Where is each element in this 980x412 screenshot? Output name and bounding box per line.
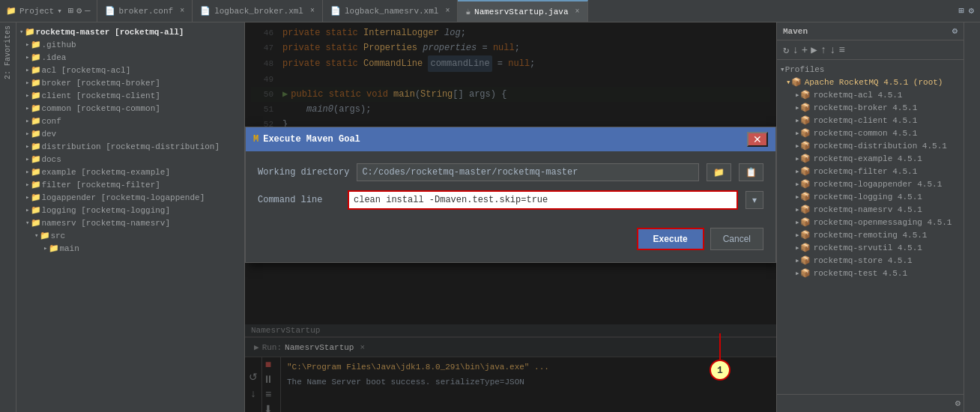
tab-logback-namesrv[interactable]: 📄 logback_namesrv.xml × xyxy=(323,0,458,22)
arrow-line-1 xyxy=(719,333,721,360)
modal-header: M Execute Maven Goal ✕ xyxy=(246,127,775,151)
close-icon[interactable]: × xyxy=(180,7,184,15)
tree-item-conf[interactable]: ▸ 📁 conf xyxy=(16,115,244,127)
chevron-icon: ▸ xyxy=(795,166,800,176)
maven-remoting[interactable]: ▸ 📦 rocketmq-remoting 4.5.1 xyxy=(777,228,964,241)
command-line-input[interactable] xyxy=(348,190,738,210)
maven-menu-btn[interactable]: ≡ xyxy=(839,44,845,56)
maven-module-icon: 📦 xyxy=(791,77,802,87)
cancel-button[interactable]: Cancel xyxy=(710,228,763,250)
left-strip: 2: Favorites xyxy=(0,22,16,412)
tab-logback-broker[interactable]: 📄 logback_broker.xml × xyxy=(193,0,323,22)
maven-test[interactable]: ▸ 📦 rocketmq-test 4.5.1 xyxy=(777,267,964,279)
settings-icon: ⚙ xyxy=(76,5,82,16)
tree-item-example[interactable]: ▸ 📁 example [rocketmq-example] xyxy=(16,166,244,178)
chevron-down-icon: ▾ xyxy=(57,6,62,16)
tree-item-github[interactable]: ▸ 📁 .github xyxy=(16,38,244,51)
maven-openmessaging[interactable]: ▸ 📦 rocketmq-openmessaging 4.5.1 xyxy=(777,216,964,228)
tree-item-acl[interactable]: ▸ 📁 acl [rocketmq-acl] xyxy=(16,64,244,76)
maven-tree: ▾ Profiles ▾ 📦 Apache RocketMQ 4.5.1 (ro… xyxy=(777,60,964,394)
chevron-icon: ▸ xyxy=(795,230,800,240)
tree-item-main[interactable]: ▸ 📁 main xyxy=(16,242,244,255)
chevron-icon: ▸ xyxy=(795,255,800,265)
tree-item-docs[interactable]: ▸ 📁 docs xyxy=(16,153,244,166)
maven-srvutil[interactable]: ▸ 📦 rocketmq-srvutil 4.5.1 xyxy=(777,241,964,254)
maven-logappender[interactable]: ▸ 📦 rocketmq-logappender 4.5.1 xyxy=(777,178,964,190)
close-icon[interactable]: × xyxy=(575,7,579,16)
maven-common[interactable]: ▸ 📦 rocketmq-common 4.5.1 xyxy=(777,127,964,139)
chevron-icon: ▸ xyxy=(795,243,800,252)
file-icon: 📄 xyxy=(105,6,115,16)
maven-toolbar: ↻ ↓ + ▶ ↑ ↓ ≡ xyxy=(777,40,964,60)
execute-maven-modal: M Execute Maven Goal ✕ Working directory… xyxy=(245,127,776,263)
working-directory-row: Working directory 📁 📋 xyxy=(258,163,763,181)
tree-item-namesrv[interactable]: ▾ 📁 namesrv [rocketmq-namesrv] xyxy=(16,216,244,229)
maven-up-btn[interactable]: ↑ xyxy=(820,44,826,56)
tree-item-common[interactable]: ▸ 📁 common [rocketmq-common] xyxy=(16,102,244,115)
close-icon[interactable]: × xyxy=(445,7,450,15)
tree-item-filter[interactable]: ▸ 📁 filter [rocketmq-filter] xyxy=(16,178,244,191)
maven-namesrv[interactable]: ▸ 📦 rocketmq-namesrv 4.5.1 xyxy=(777,203,964,216)
modal-body: Working directory 📁 📋 Command line ▾ xyxy=(246,151,775,222)
maven-filter[interactable]: ▸ 📦 rocketmq-filter 4.5.1 xyxy=(777,165,964,178)
sidebar-scrollbar[interactable] xyxy=(16,406,244,412)
maven-store[interactable]: ▸ 📦 rocketmq-store 4.5.1 xyxy=(777,254,964,267)
file-icon: 📄 xyxy=(330,6,341,16)
tree-item-idea[interactable]: ▸ 📁 .idea xyxy=(16,51,244,64)
maven-download-btn[interactable]: ↓ xyxy=(792,44,798,56)
maven-acl[interactable]: ▸ 📦 rocketmq-acl 4.5.1 xyxy=(777,88,964,101)
maven-bottom-bar: ⚙ xyxy=(777,394,964,412)
maven-broker[interactable]: ▸ 📦 rocketmq-broker 4.5.1 xyxy=(777,101,964,114)
maven-root-module[interactable]: ▾ 📦 Apache RocketMQ 4.5.1 (root) xyxy=(777,76,964,88)
command-line-row: Command line ▾ xyxy=(258,190,763,210)
command-line-label: Command line xyxy=(258,195,340,205)
maven-refresh-btn[interactable]: ↻ xyxy=(783,43,789,56)
expand-icon: ⊞ xyxy=(68,5,73,16)
execute-button[interactable]: Execute xyxy=(637,228,704,250)
browse-folder-button[interactable]: 📁 xyxy=(707,163,731,181)
maven-icon: M xyxy=(253,134,258,145)
chevron-icon: ▸ xyxy=(795,103,800,112)
chevron-down-icon: ▾ xyxy=(786,77,791,87)
tree-root[interactable]: ▾ 📁 rocketmq-master [rocketmq-all] xyxy=(16,25,244,38)
chevron-icon: ▸ xyxy=(795,154,800,163)
chevron-icon: ▸ xyxy=(795,217,800,227)
maven-profiles[interactable]: ▾ Profiles xyxy=(777,63,964,76)
tab-bar: 📁 Project ▾ ⊞ ⚙ ─ 📄 broker.conf × 📄 logb… xyxy=(0,0,980,22)
tree-item-logappender[interactable]: ▸ 📁 logappender [rocketmq-logappende] xyxy=(16,191,244,204)
command-dropdown-button[interactable]: ▾ xyxy=(745,191,763,209)
tab-broker-conf[interactable]: 📄 broker.conf × xyxy=(97,0,193,22)
maven-logging[interactable]: ▸ 📦 rocketmq-logging 4.5.1 xyxy=(777,190,964,203)
tree-item-broker[interactable]: ▸ 📁 broker [rocketmq-broker] xyxy=(16,76,244,89)
maven-example[interactable]: ▸ 📦 rocketmq-example 4.5.1 xyxy=(777,152,964,165)
chevron-icon: ▸ xyxy=(795,115,800,125)
modal-close-button[interactable]: ✕ xyxy=(747,132,768,147)
tree-item-client[interactable]: ▸ 📁 client [rocketmq-client] xyxy=(16,89,244,102)
maven-gear-icon[interactable]: ⚙ xyxy=(955,398,961,409)
close-icon[interactable]: × xyxy=(310,7,315,15)
tree-item-distribution[interactable]: ▸ 📁 distribution [rocketmq-distribution] xyxy=(16,140,244,153)
chevron-icon: ▸ xyxy=(795,205,800,214)
maven-down-btn[interactable]: ↓ xyxy=(829,44,835,56)
maven-run-btn[interactable]: ▶ xyxy=(811,43,817,56)
browse-recent-button[interactable]: 📋 xyxy=(739,163,763,181)
tree-item-src[interactable]: ▾ 📁 src xyxy=(16,229,244,242)
chevron-icon: ▸ xyxy=(795,128,800,138)
file-icon: 📄 xyxy=(200,6,211,16)
project-icon: 📁 xyxy=(6,6,16,16)
chevron-icon: ▸ xyxy=(795,90,800,100)
tree-item-dev[interactable]: ▸ 📁 dev xyxy=(16,127,244,140)
working-directory-input[interactable] xyxy=(357,163,699,181)
annotation-1: 1 xyxy=(710,333,731,381)
maven-distribution[interactable]: ▸ 📦 rocketmq-distribution 4.5.1 xyxy=(777,139,964,152)
split-icon[interactable]: ⊞ xyxy=(959,5,964,16)
tab-namesrv-startup[interactable]: ☕ NamesrvStartup.java × xyxy=(458,0,587,22)
maven-settings-icon[interactable]: ⚙ xyxy=(952,25,958,37)
maven-client[interactable]: ▸ 📦 rocketmq-client 4.5.1 xyxy=(777,114,964,127)
tree-item-logging[interactable]: ▸ 📁 logging [rocketmq-logging] xyxy=(16,204,244,216)
project-tab[interactable]: 📁 Project ▾ ⊞ ⚙ ─ xyxy=(0,0,97,22)
settings-icon2[interactable]: ⚙ xyxy=(969,5,974,16)
java-icon: ☕ xyxy=(465,7,471,16)
chevron-icon: ▸ xyxy=(795,268,800,278)
maven-add-btn[interactable]: + xyxy=(802,44,808,56)
